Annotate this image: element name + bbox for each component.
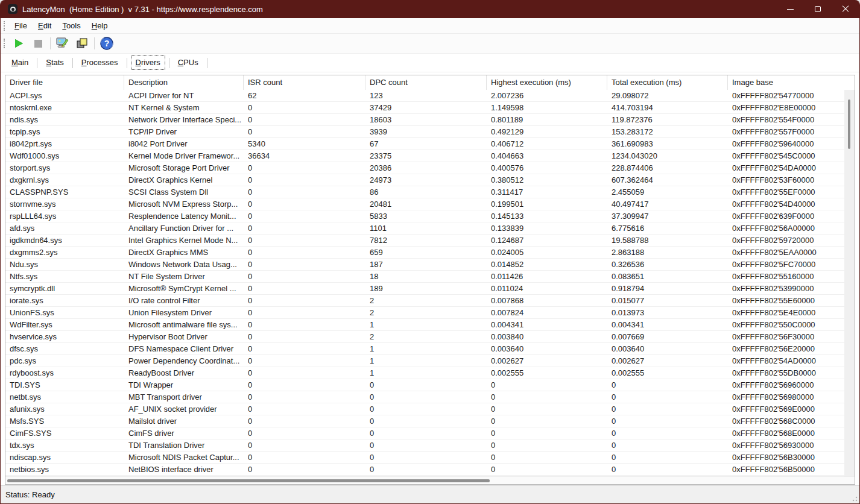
table-row[interactable]: UnionFS.sysUnion Filesystem Driver020.00… bbox=[5, 307, 855, 319]
cell: Ntfs.sys bbox=[5, 271, 124, 282]
column-header-total-execution-ms-[interactable]: Total execution (ms) bbox=[607, 75, 728, 90]
table-row[interactable]: ndiscap.sysMicrosoft NDIS Packet Captur.… bbox=[5, 452, 855, 464]
table-row[interactable]: netbt.sysMBT Transport driver00000xFFFFF… bbox=[5, 391, 855, 403]
table-row[interactable]: dxgkrnl.sysDirectX Graphics Kernel024973… bbox=[5, 174, 855, 186]
table-row[interactable]: afd.sysAncillary Function Driver for ...… bbox=[5, 222, 855, 235]
cell: 24973 bbox=[365, 174, 487, 186]
table-row[interactable]: ntoskrnl.exeNT Kernel & System0374291.14… bbox=[5, 102, 855, 114]
table-row[interactable]: dfsc.sysDFS Namespace Client Driver010.0… bbox=[5, 343, 855, 355]
tab-stats[interactable]: Stats bbox=[42, 57, 68, 69]
menu-item-file[interactable]: File bbox=[9, 18, 33, 33]
cell: afunix.sys bbox=[5, 403, 124, 415]
column-header-highest-execution-ms-[interactable]: Highest execution (ms) bbox=[487, 75, 607, 90]
cell: 0xFFFFF802'545C0000 bbox=[728, 150, 846, 162]
table-row[interactable]: CLASSPNP.SYSSCSI Class System Dll0860.31… bbox=[5, 186, 855, 198]
column-header-isr-count[interactable]: ISR count bbox=[244, 75, 365, 90]
table-row[interactable]: netbios.sysNetBIOS interface driver00000… bbox=[5, 464, 855, 476]
tab-processes[interactable]: Processes bbox=[78, 57, 122, 69]
cell: TDI Translation Driver bbox=[124, 439, 244, 451]
horizontal-scrollbar[interactable] bbox=[5, 476, 855, 484]
column-header-description[interactable]: Description bbox=[124, 75, 244, 90]
table-row[interactable]: afunix.sysAF_UNIX socket provider00000xF… bbox=[5, 403, 855, 415]
cell: 119.872376 bbox=[607, 114, 728, 125]
table-row[interactable]: iorate.sysI/O rate control Filter020.007… bbox=[5, 295, 855, 307]
cell: 0 bbox=[365, 452, 487, 463]
cell: 0 bbox=[244, 247, 365, 258]
table-row[interactable]: symcryptk.dllMicrosoft® SymCrypt Kernel … bbox=[5, 283, 855, 295]
table-row[interactable]: tcpip.sysTCP/IP Driver039390.492129153.2… bbox=[5, 126, 855, 138]
horizontal-scrollbar-thumb[interactable] bbox=[7, 479, 490, 482]
cell: 18 bbox=[365, 271, 487, 282]
table-row[interactable]: CimFS.SYSCimFS driver00000xFFFFF802'568E… bbox=[5, 427, 855, 439]
column-header-dpc-count[interactable]: DPC count bbox=[365, 75, 487, 90]
resize-grip[interactable] bbox=[850, 494, 858, 502]
cell: rspLLL64.sys bbox=[5, 210, 124, 222]
cell: Ndu.sys bbox=[5, 259, 124, 270]
cell: 0 bbox=[244, 452, 365, 463]
cell: 0 bbox=[607, 403, 728, 415]
copy-report-button[interactable] bbox=[72, 36, 92, 52]
minimize-button[interactable] bbox=[776, 0, 804, 18]
vertical-scrollbar[interactable] bbox=[844, 90, 855, 476]
table-row[interactable]: igdkmdn64.sysIntel Graphics Kernel Mode … bbox=[5, 235, 855, 247]
menu-item-edit[interactable]: Edit bbox=[33, 18, 57, 33]
cell: Resplendence Latency Monit... bbox=[124, 210, 244, 222]
cell: 0 bbox=[244, 427, 365, 439]
table-row[interactable]: tdx.sysTDI Translation Driver00000xFFFFF… bbox=[5, 439, 855, 452]
table-row[interactable]: Msfs.SYSMailslot driver00000xFFFFF802'56… bbox=[5, 415, 855, 427]
cell: 0 bbox=[244, 174, 365, 186]
help-button[interactable]: ? bbox=[97, 36, 116, 52]
table-row[interactable]: Ntfs.sysNT File System Driver0180.011426… bbox=[5, 271, 855, 283]
cell: 0xFFFFF802'5E4E0000 bbox=[728, 307, 846, 318]
tab-drivers[interactable]: Drivers bbox=[132, 57, 164, 69]
column-header-driver-file[interactable]: Driver file bbox=[5, 75, 124, 90]
menu-item-tools[interactable]: Tools bbox=[57, 18, 86, 33]
tab-cpus[interactable]: CPUs bbox=[174, 57, 202, 69]
table-row[interactable]: Wdf01000.sysKernel Mode Driver Framewor.… bbox=[5, 150, 855, 162]
cell: AF_UNIX socket provider bbox=[124, 403, 244, 415]
cell: 1.149598 bbox=[487, 102, 607, 113]
table-row[interactable]: ACPI.sysACPI Driver for NT621232.0072362… bbox=[5, 90, 855, 102]
cell: 0 bbox=[487, 415, 607, 427]
table-row[interactable]: pdc.sysPower Dependency Coordinat...010.… bbox=[5, 355, 855, 367]
cell: SCSI Class System Dll bbox=[124, 186, 244, 198]
table-row[interactable]: hvservice.sysHypervisor Boot Driver020.0… bbox=[5, 331, 855, 343]
table-row[interactable]: stornvme.sysMicrosoft NVM Express Storp.… bbox=[5, 198, 855, 210]
cell: 0xFFFFF802'568E0000 bbox=[728, 427, 846, 439]
cell: 0xFFFFF802'55DB0000 bbox=[728, 367, 846, 379]
table-row[interactable]: rdyboost.sysReadyBoost Driver010.0025550… bbox=[5, 367, 855, 379]
tab-separator bbox=[72, 58, 73, 68]
options-button[interactable] bbox=[53, 36, 72, 52]
cell: Microsoft® SymCrypt Kernel ... bbox=[124, 283, 244, 294]
tab-main[interactable]: Main bbox=[8, 57, 32, 69]
start-monitor-button[interactable] bbox=[9, 36, 28, 52]
stop-monitor-button[interactable] bbox=[28, 36, 48, 52]
table-row[interactable]: ndis.sysNetwork Driver Interface Speci..… bbox=[5, 114, 855, 126]
cell: 414.703194 bbox=[607, 102, 728, 113]
cell: 0xFFFFF802'56960000 bbox=[728, 379, 846, 391]
toolbar-separator bbox=[94, 37, 95, 49]
menubar-gripper bbox=[4, 21, 5, 31]
options-monitor-pencil-icon bbox=[55, 37, 70, 50]
column-header-image-base[interactable]: Image base bbox=[728, 75, 846, 90]
table-row[interactable]: i8042prt.sysi8042 Port Driver5340670.406… bbox=[5, 138, 855, 150]
table-row[interactable]: Ndu.sysWindows Network Data Usag...01870… bbox=[5, 259, 855, 271]
window-title: LatencyMon (Home Edition ) v 7.31 - http… bbox=[22, 5, 263, 14]
vertical-scrollbar-thumb[interactable] bbox=[848, 99, 850, 149]
table-row[interactable]: dxgmms2.sysDirectX Graphics MMS06590.024… bbox=[5, 247, 855, 259]
tab-separator bbox=[169, 58, 169, 68]
cell: 2 bbox=[365, 295, 487, 306]
menu-item-help[interactable]: Help bbox=[86, 18, 113, 33]
close-button[interactable] bbox=[832, 0, 859, 18]
cell: CLASSPNP.SYS bbox=[5, 186, 124, 198]
cell: 0.311417 bbox=[487, 186, 607, 198]
cell: 1 bbox=[365, 367, 487, 379]
table-row[interactable]: TDI.SYSTDI Wrapper00000xFFFFF802'5696000… bbox=[5, 379, 855, 391]
table-row[interactable]: WdFilter.sysMicrosoft antimalware file s… bbox=[5, 319, 855, 331]
cell: 0xFFFFF802'53990000 bbox=[728, 283, 846, 294]
app-icon bbox=[8, 4, 17, 14]
cell: 0xFFFFF802'569E0000 bbox=[728, 403, 846, 415]
table-row[interactable]: rspLLL64.sysResplendence Latency Monit..… bbox=[5, 210, 855, 222]
table-row[interactable]: storport.sysMicrosoft Storage Port Drive… bbox=[5, 162, 855, 174]
maximize-button[interactable] bbox=[804, 0, 832, 18]
